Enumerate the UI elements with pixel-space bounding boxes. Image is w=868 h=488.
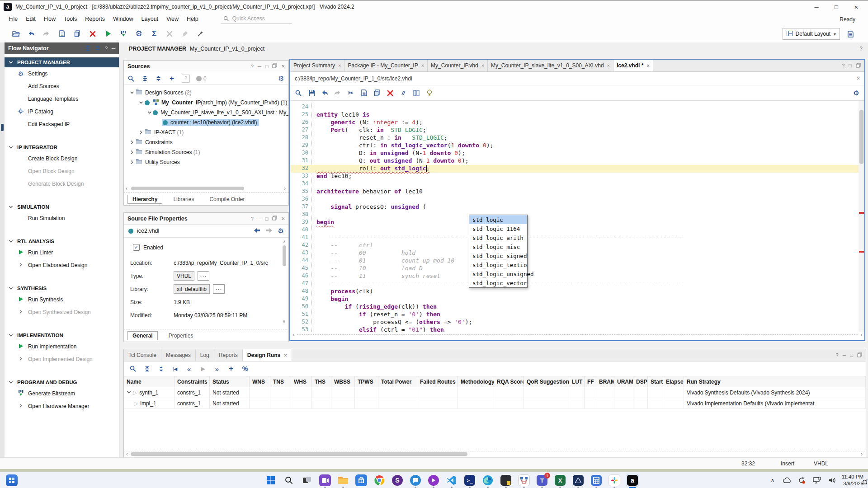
field-value-box[interactable]: VHDL [174,271,194,281]
column-header-run-strategy[interactable]: Run Strategy [684,376,866,387]
autocomplete-option-std-logic-misc[interactable]: std_logic_misc [469,242,527,251]
teams-icon[interactable]: T1 [536,474,548,487]
flownav-item-run-implementation[interactable]: Run Implementation [5,340,119,353]
chevron-right-icon[interactable] [129,160,135,165]
tree-item-simulation-sources[interactable]: Simulation Sources (1) [124,147,288,157]
code-line-24[interactable]: 24 [290,103,864,111]
code-line-36[interactable]: 36 [290,196,864,203]
tab-compile-order[interactable]: Compile Order [205,195,249,204]
menu-file[interactable]: File [5,13,22,25]
notes-app-icon[interactable] [500,474,512,487]
close-tab-icon[interactable]: × [284,352,287,358]
flownav-item-create-block-design[interactable]: Create Block Design [5,152,119,165]
tree-item-my-counter-ip-slave-lite-v1-0-s00-axi-in[interactable]: My_Counter_IP_slave_lite_v1_0_S00_AXI_in… [124,108,288,117]
enabled-checkbox[interactable]: ✓ [133,244,140,251]
properties-vscrollbar[interactable]: ∧ ∨ [282,239,287,324]
code-line-43[interactable]: 43 -- 00 hold [290,249,864,257]
tree-item-ip-xact[interactable]: IP-XACT (1) [124,127,288,137]
collapse-all-icon[interactable] [143,365,151,372]
code-line-52[interactable]: 52 processQ <= (others => '0'); [290,319,864,326]
run-icon[interactable] [102,28,114,40]
undo-icon[interactable] [321,89,328,97]
column-header-wbss[interactable]: WBSS [331,376,355,387]
block-design-app-icon[interactable] [518,474,530,487]
chevron-down-icon[interactable] [129,90,135,95]
flownav-item-language-templates[interactable]: Language Templates [5,93,119,105]
error-marker[interactable] [859,251,864,253]
autocomplete-option-std-logic-arith[interactable]: std_logic_arith [469,233,527,242]
flownav-item-ip-catalog[interactable]: IP Catalog [5,105,119,118]
settings-icon[interactable]: ⚙ [278,227,284,235]
field-value-box[interactable]: xil_defaultlib [174,284,210,294]
column-header-ff[interactable]: FF [585,376,596,387]
float-panel-icon[interactable] [272,63,277,69]
close-tab-icon[interactable]: × [481,63,484,68]
code-line-41[interactable]: 41 -------------------------------------… [290,234,864,242]
step-back-icon[interactable]: « [185,365,193,372]
autocomplete-option-std-logic-textio[interactable]: std_logic_textio [469,260,527,269]
flownav-item-add-sources[interactable]: Add Sources [5,80,119,93]
code-line-33[interactable]: 33end lec10; [290,173,864,180]
menu-flow[interactable]: Flow [40,13,60,25]
tray-expand-icon[interactable]: ∧ [766,474,779,487]
table-row-impl-1[interactable]: ▷impl_1constrs_1Not startedVivado Implem… [124,398,866,409]
code-line-29[interactable]: 29 ctrl: in std_logic_vector(1 downto 0)… [290,142,864,150]
code-line-53[interactable]: 53 elsif (ctrl = "01") then [290,326,864,332]
tab-libraries[interactable]: Libraries [169,195,198,204]
column-header-tns[interactable]: TNS [270,376,291,387]
results-tab-messages[interactable]: Messages [161,349,196,361]
column-header-dsp[interactable]: DSP [633,376,648,387]
go-first-icon[interactable]: |◀ [171,365,179,372]
code-line-32[interactable]: 32 roll: out std_logic; [290,165,864,173]
code-line-38[interactable]: 38 [290,211,864,219]
flownav-item-settings[interactable]: ⚙Settings [5,67,119,80]
close-tab-icon[interactable]: × [646,63,649,68]
code-line-35[interactable]: 35architecture behavior of lec10 [290,188,864,196]
step-forward-icon[interactable]: » [213,365,221,372]
column-header-status[interactable]: Status [210,376,250,387]
chevron-right-icon[interactable] [129,150,135,155]
menu-help[interactable]: Help [183,13,203,25]
close-button[interactable]: × [846,1,866,13]
settings-icon[interactable]: ⚙ [133,28,145,40]
wand-icon[interactable] [194,28,206,40]
search-icon[interactable] [283,474,295,487]
copy-icon[interactable] [71,28,83,40]
column-header-wns[interactable]: WNS [250,376,270,387]
flownav-header-rtl-analysis[interactable]: RTL ANALYSIS [5,236,119,246]
float-panel-icon[interactable] [857,352,862,358]
column-header-name[interactable]: Name [124,376,175,387]
toggle-comment-icon[interactable]: // [400,89,407,97]
minimize-panel-icon[interactable]: ─ [843,352,846,358]
edge-icon[interactable] [481,474,494,487]
flownav-item-open-block-design[interactable]: Open Block Design [5,165,119,178]
layout-selector[interactable]: Default Layout ▾ [783,28,840,40]
results-hscrollbar[interactable]: ‹ › [124,451,865,457]
forward-icon[interactable] [266,228,273,235]
close-tab-icon[interactable]: × [338,63,341,68]
float-panel-icon[interactable] [856,63,861,69]
onedrive-icon[interactable] [781,474,793,487]
slack-icon[interactable] [608,474,621,487]
code-line-46[interactable]: 46 -- 11 synch reset [290,272,864,280]
percent-icon[interactable]: % [241,365,249,372]
help-icon[interactable]: ? [835,352,838,358]
column-header-whs[interactable]: WHS [291,376,312,387]
menu-layout[interactable]: Layout [137,13,163,25]
menu-tools[interactable]: Tools [60,13,81,25]
columns-icon[interactable] [413,89,420,97]
flownav-item-open-elaborated-design[interactable]: Open Elaborated Design [5,259,119,272]
quick-access-input[interactable]: Quick Access [221,14,292,24]
autocomplete-option-std-logic-unsigned[interactable]: std_logic_unsigned [469,269,527,278]
delete-icon[interactable] [387,89,394,97]
back-icon[interactable] [254,228,260,235]
results-tab-design-runs[interactable]: Design Runs× [243,349,292,361]
column-header-ths[interactable]: THS [312,376,331,387]
autocomplete-option-std-logic-signed[interactable]: std_logic_signed [469,251,527,260]
widgets-icon[interactable] [5,474,18,487]
code-line-44[interactable]: 44 -- 01 count up mod 10 [290,257,864,265]
flownav-header-project-manager[interactable]: PROJECT MANAGER [5,57,119,67]
autocomplete-option-std-logic-vector[interactable]: std_logic_vector [469,278,527,287]
flownav-header-synthesis[interactable]: SYNTHESIS [5,283,119,293]
browse-button[interactable]: ··· [213,284,225,294]
